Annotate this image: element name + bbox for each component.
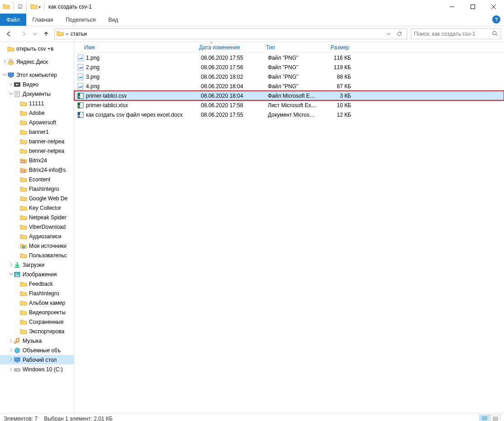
tree-item[interactable]: Яндекс.Диск xyxy=(0,57,74,66)
tree-item[interactable]: Adobe xyxy=(0,108,74,118)
breadcrumb-box[interactable]: « папки›Проекты›мои›seopulses›статьи›500… xyxy=(54,28,407,39)
tree-item-label: Bitrix24 xyxy=(29,157,47,164)
tree-item-label: Альбом камер xyxy=(29,300,65,306)
column-name[interactable]: Имя xyxy=(84,44,199,51)
file-name: 4.png xyxy=(86,83,201,90)
tree-item[interactable]: Экспортирова xyxy=(0,326,74,336)
tree-item[interactable]: Сохраненные xyxy=(0,317,74,326)
up-button[interactable] xyxy=(40,28,52,40)
file-date: 08.06.2020 18:04 xyxy=(201,83,268,90)
tree-item[interactable]: Аудиозаписи xyxy=(0,232,74,241)
file-row[interactable]: 3.png08.06.2020 18:02Файл "PNG"88 КБ xyxy=(74,72,504,81)
world-icon xyxy=(20,242,27,250)
folder-icon xyxy=(20,128,27,136)
excel-file-icon: x xyxy=(77,92,84,99)
tree-item[interactable]: Пользовательс xyxy=(0,251,74,260)
chevron-down-icon[interactable] xyxy=(8,272,14,276)
chevron-right-icon[interactable] xyxy=(8,348,14,352)
tree-item[interactable]: FlashIntegro xyxy=(0,289,74,298)
tab-home[interactable]: Главная xyxy=(26,14,60,26)
help-button[interactable]: ? xyxy=(492,15,500,24)
tree-item[interactable]: Рабочий стол xyxy=(0,355,74,364)
tree-item[interactable]: Альбом камер xyxy=(0,298,74,307)
tree-item[interactable]: Видео xyxy=(0,80,74,89)
qat-folder-icon[interactable] xyxy=(30,3,38,11)
tree-item[interactable]: Windows 10 (C:) xyxy=(0,364,74,374)
tree-item-label: Видеопроекты xyxy=(29,309,66,316)
file-row[interactable]: 2.png08.06.2020 17:56Файл "PNG"119 КБ xyxy=(74,62,504,72)
chevron-right-icon[interactable] xyxy=(8,367,14,371)
svg-rect-16 xyxy=(16,362,18,363)
column-headers[interactable]: Имя Дата изменения Тип Размер ˄ xyxy=(74,42,504,53)
tree-item[interactable]: ViberDownload xyxy=(0,222,74,232)
folder-icon xyxy=(20,204,27,212)
file-size: 12 КБ xyxy=(321,112,351,118)
tree-item[interactable]: Документы xyxy=(0,89,74,99)
file-row[interactable]: 1.png08.06.2020 17:55Файл "PNG"116 КБ xyxy=(74,53,504,62)
view-details-button[interactable] xyxy=(480,415,490,421)
minimize-button[interactable] xyxy=(442,0,462,14)
chevron-right-icon[interactable] xyxy=(8,263,14,267)
qat-properties-icon[interactable]: ☑ xyxy=(18,4,23,10)
qat-dropdown-icon[interactable]: ▾ xyxy=(38,5,41,9)
tree-item-label: banner1 xyxy=(29,129,49,135)
tree-item[interactable]: 24Bitrix24-info@s xyxy=(0,165,74,175)
tree-item[interactable]: Feedback xyxy=(0,279,74,289)
navigation-tree[interactable]: открыть csv +вЯндекс.ДискЭтот компьютерВ… xyxy=(0,42,74,413)
forward-button[interactable] xyxy=(17,28,30,40)
search-input[interactable]: Поиск: как создать csv-1 xyxy=(411,28,501,39)
tree-item-label: Этот компьютер xyxy=(16,72,57,78)
address-dropdown[interactable] xyxy=(383,29,394,39)
tab-view[interactable]: Вид xyxy=(102,14,124,26)
history-dropdown[interactable] xyxy=(32,28,38,40)
tree-item[interactable]: Этот компьютер xyxy=(0,70,74,80)
file-row[interactable]: wкак создать csv файл через excel.docx08… xyxy=(74,110,504,119)
column-size[interactable]: Размер xyxy=(319,44,349,51)
tree-item[interactable]: banner-netpea xyxy=(0,137,74,146)
tree-item-label: Экспортирова xyxy=(29,328,64,335)
tree-item[interactable]: benner-netpea xyxy=(0,146,74,156)
tab-share[interactable]: Поделиться xyxy=(59,14,102,26)
tree-item[interactable]: Видеопроекты xyxy=(0,307,74,317)
chevron-right-icon[interactable] xyxy=(8,339,14,343)
tree-item-label: Google Web De xyxy=(29,195,67,202)
file-row[interactable]: 4.png08.06.2020 18:04Файл "PNG"87 КБ xyxy=(74,81,504,91)
tree-item[interactable]: Изображения xyxy=(0,270,74,279)
tab-file[interactable]: Файл xyxy=(0,14,26,26)
tree-item-label: Apowersoft xyxy=(29,119,56,126)
folder-icon xyxy=(20,119,27,126)
refresh-button[interactable] xyxy=(394,29,405,39)
chevron-right-icon[interactable] xyxy=(8,82,14,86)
back-button[interactable] xyxy=(3,28,15,40)
breadcrumb-segment[interactable]: статьи xyxy=(71,31,114,37)
file-row[interactable]: xprimer-tablici.xlsx08.06.2020 17:58Лист… xyxy=(74,100,504,110)
tree-item[interactable]: Key Collector xyxy=(0,203,74,213)
breadcrumb-overflow[interactable]: « xyxy=(66,31,69,37)
tree-item[interactable]: открыть csv +в xyxy=(0,44,74,53)
view-icons-button[interactable] xyxy=(490,415,500,421)
tree-item[interactable]: Apowersoft xyxy=(0,118,74,127)
tree-item[interactable]: Google Web De xyxy=(0,194,74,203)
tree-item[interactable]: Музыка xyxy=(0,336,74,345)
chevron-right-icon[interactable] xyxy=(8,358,14,362)
chevron-down-icon[interactable] xyxy=(2,73,7,77)
tree-item[interactable]: Мои источники xyxy=(0,241,74,251)
tree-item[interactable]: Объемные объ xyxy=(0,345,74,355)
tree-item[interactable]: banner1 xyxy=(0,127,74,137)
chevron-down-icon[interactable] xyxy=(8,92,14,96)
tree-item[interactable]: Econtent xyxy=(0,175,74,184)
tree-item[interactable]: 11111 xyxy=(0,99,74,108)
close-button[interactable] xyxy=(483,0,504,14)
file-row[interactable]: xprimer-tablici.csv08.06.2020 18:04Файл … xyxy=(74,91,504,100)
tree-item[interactable]: 24Bitrix24 xyxy=(0,156,74,165)
pc-icon xyxy=(7,71,14,79)
tree-item[interactable]: FlashIntegro xyxy=(0,184,74,194)
maximize-button[interactable] xyxy=(462,0,483,14)
column-date[interactable]: Дата изменения xyxy=(199,44,266,51)
tree-item[interactable]: Загрузки xyxy=(0,260,74,270)
column-type[interactable]: Тип xyxy=(266,44,319,51)
status-item-count: Элементов: 7 xyxy=(4,416,38,421)
chevron-right-icon[interactable] xyxy=(2,60,7,64)
tree-item[interactable]: Netpeak Spider xyxy=(0,213,74,222)
tree-item-label: Сохраненные xyxy=(29,319,63,325)
